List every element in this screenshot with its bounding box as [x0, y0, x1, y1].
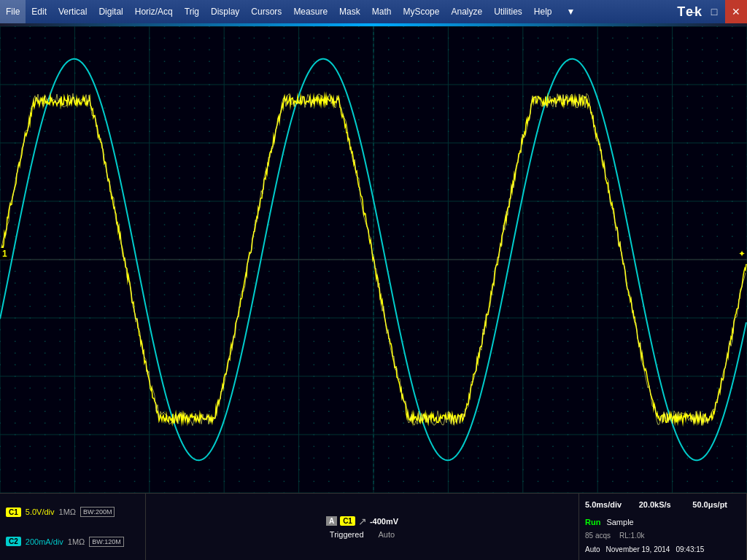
acq-mode: Sample — [606, 518, 633, 526]
menu-file[interactable]: File — [0, 0, 26, 23]
window-controls: – □ ✕ — [681, 0, 747, 23]
menu-dropdown-arrow[interactable]: ▼ — [561, 0, 581, 23]
ch2-impedance: 1MΩ — [68, 537, 85, 546]
auto-date-row: Auto November 19, 2014 09:43:15 — [585, 545, 740, 553]
ch2-info-row: C2 200mA/div 1MΩ BW:120M — [6, 537, 139, 547]
oscilloscope-display: 1 ✦ — [0, 26, 747, 493]
ch1-info-row: C1 5.0V/div 1MΩ BW:200M — [6, 507, 139, 517]
sample-pts-value: 50.0μs/pt — [692, 500, 740, 509]
trigger-level: -400mV — [370, 517, 398, 526]
trigger-status: Triggered Auto — [330, 530, 395, 539]
menu-myscope[interactable]: MyScope — [397, 0, 445, 23]
menu-math[interactable]: Math — [366, 0, 398, 23]
run-sample-row: Run Sample — [585, 518, 740, 526]
acqs-count: 85 acqs — [585, 532, 611, 540]
ch1-bw: BW:200M — [80, 507, 115, 517]
minimize-button[interactable]: – — [681, 0, 703, 23]
menu-trig[interactable]: Trig — [179, 0, 205, 23]
menu-utilities[interactable]: Utilities — [488, 0, 528, 23]
trigger-level-marker: ✦ — [738, 249, 746, 259]
menu-bar: File Edit Vertical Digital Horiz/Acq Tri… — [0, 0, 747, 23]
date-value: November 19, 2014 — [606, 545, 670, 553]
menu-analyze[interactable]: Analyze — [445, 0, 488, 23]
menu-help[interactable]: Help — [528, 0, 558, 23]
menu-display[interactable]: Display — [205, 0, 245, 23]
status-bar: C1 5.0V/div 1MΩ BW:200M C2 200mA/div 1MΩ… — [0, 493, 747, 560]
trigger-slope: ↗ — [358, 516, 367, 527]
trigger-auto: Auto — [379, 530, 395, 539]
rl-value: RL:1.0k — [619, 532, 644, 540]
trigger-main: A C1 ↗ -400mV — [326, 516, 398, 527]
ch1-volts: 5.0V/div — [26, 508, 55, 516]
menu-measure[interactable]: Measure — [287, 0, 333, 23]
acq-stats: 85 acqs RL:1.0k — [585, 532, 740, 540]
ch1-ground-marker: 1 — [0, 248, 9, 260]
menu-mask[interactable]: Mask — [333, 0, 366, 23]
ch2-amps: 200mA/div — [26, 537, 63, 546]
menu-digital[interactable]: Digital — [93, 0, 128, 23]
run-label: Run — [585, 518, 600, 526]
trigger-ch-label: C1 — [340, 516, 355, 526]
ch1-label: C1 — [6, 508, 21, 517]
title-bar: File Edit Vertical Digital Horiz/Acq Tri… — [0, 0, 747, 23]
channel-info-section: C1 5.0V/div 1MΩ BW:200M C2 200mA/div 1MΩ… — [0, 494, 146, 560]
menu-cursors[interactable]: Cursors — [245, 0, 287, 23]
maximize-button[interactable]: □ — [703, 0, 725, 23]
time-div-value: 5.0ms/div — [585, 500, 633, 509]
menu-vertical[interactable]: Vertical — [53, 0, 93, 23]
trigger-badge: A — [326, 516, 337, 526]
trigger-info-section: A C1 ↗ -400mV Triggered Auto — [146, 494, 579, 560]
auto-label: Auto — [585, 545, 600, 553]
oscilloscope-grid — [0, 26, 747, 493]
time-grid: 5.0ms/div 20.0kS/s 50.0μs/pt — [585, 500, 740, 509]
menu-edit[interactable]: Edit — [26, 0, 53, 23]
ch1-impedance: 1MΩ — [59, 508, 77, 516]
timebase-section: 5.0ms/div 20.0kS/s 50.0μs/pt Run Sample … — [579, 494, 747, 560]
ch2-bw: BW:120M — [89, 537, 123, 547]
trigger-mode: Triggered — [330, 530, 364, 539]
ch2-label: C2 — [6, 537, 21, 546]
close-button[interactable]: ✕ — [725, 0, 747, 23]
time-value: 09:43:15 — [676, 545, 704, 553]
sample-rate-value: 20.0kS/s — [639, 500, 687, 509]
menu-horiz-acq[interactable]: Horiz/Acq — [129, 0, 179, 23]
